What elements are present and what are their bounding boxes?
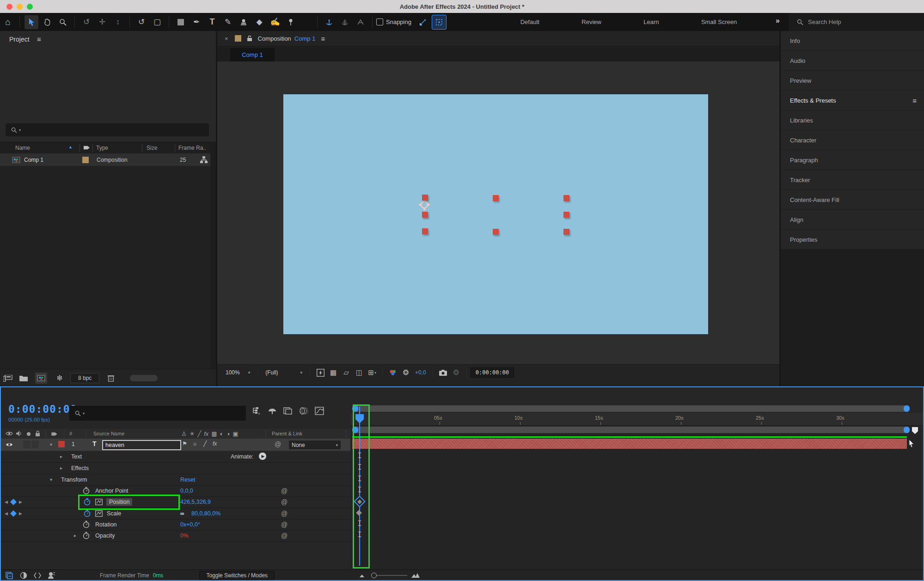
sidebar-item-align[interactable]: Align	[781, 210, 924, 229]
motion-blur-switch-icon[interactable]: ◐	[220, 430, 224, 437]
selection-tool-icon[interactable]	[24, 15, 38, 29]
trash-icon[interactable]	[105, 373, 117, 384]
resolution-dropdown[interactable]: (Full)▾	[262, 369, 306, 376]
sidebar-item-paragraph[interactable]: Paragraph	[781, 150, 924, 170]
stopwatch-icon[interactable]	[83, 532, 90, 539]
stopwatch-icon-active[interactable]	[84, 498, 91, 506]
sidebar-item-audio[interactable]: Audio	[781, 51, 924, 70]
label-swatch[interactable]	[82, 157, 89, 163]
graph-include-icon[interactable]	[95, 510, 103, 517]
region-of-interest-icon[interactable]: ◫	[353, 367, 366, 378]
composition-viewer[interactable]	[217, 61, 779, 364]
label-column-icon[interactable]	[83, 144, 90, 151]
audio-cell[interactable]	[23, 440, 31, 448]
workspace-default[interactable]: Default	[516, 18, 544, 25]
layer-label-swatch[interactable]	[58, 441, 65, 447]
effects-group-row[interactable]: ▸ Effects	[1, 462, 350, 474]
canvas-red-square[interactable]	[563, 195, 569, 201]
layer-name-input[interactable]: heaven	[102, 440, 181, 450]
graph-include-icon[interactable]	[95, 499, 103, 505]
column-parent-link[interactable]: Parent & Link	[272, 431, 302, 436]
rotate-tool-icon[interactable]: ↺	[135, 15, 148, 29]
fx-switch-icon[interactable]: fx	[204, 430, 208, 437]
project-search-input[interactable]: ▾	[6, 123, 209, 136]
close-tab-icon[interactable]: ×	[225, 35, 228, 42]
panel-menu-icon[interactable]: ≡	[321, 35, 325, 43]
type-tool-icon[interactable]: T	[205, 15, 219, 29]
column-source-name[interactable]: Source Name	[93, 431, 124, 436]
parent-pickwhip-icon[interactable]: @	[275, 440, 281, 448]
property-pickwhip-icon[interactable]: @	[281, 532, 288, 539]
opacity-row[interactable]: ▸ Opacity 0% @	[1, 530, 350, 542]
expand-layers-icon[interactable]	[6, 572, 13, 579]
position-row[interactable]: ◀ ▶ Position 426,5,326,9 @	[1, 496, 350, 508]
new-folder-icon[interactable]	[18, 373, 30, 384]
shy-switch-icon[interactable]: ♙	[181, 430, 187, 437]
column-name[interactable]: Name	[15, 145, 30, 151]
workspace-small-screen[interactable]: Small Screen	[697, 18, 741, 25]
roto-brush-tool-icon[interactable]: ✍	[268, 15, 282, 29]
previous-keyframe-icon[interactable]: ◀	[5, 500, 8, 504]
column-size[interactable]: Size	[147, 145, 157, 151]
zoom-slider-knob[interactable]	[371, 573, 377, 578]
zoom-slider-track[interactable]	[377, 575, 407, 576]
pan-camera-tool-icon[interactable]: ✛	[95, 15, 109, 29]
expand-collapse-icon[interactable]	[34, 572, 41, 579]
timeline-zoom-control[interactable]	[359, 573, 420, 578]
transform-group-row[interactable]: ▾ Transform Reset	[1, 474, 350, 486]
project-renderer-icon[interactable]: ❇	[54, 373, 66, 384]
shy-toggle-icon[interactable]	[48, 572, 55, 579]
workspace-overflow-button[interactable]: »	[776, 17, 780, 25]
magnification-dropdown[interactable]: 100%▾	[222, 369, 254, 376]
fast-preview-icon[interactable]	[314, 367, 327, 378]
stopwatch-icon[interactable]	[83, 487, 90, 495]
layer-row-heaven[interactable]: ▾ 1 T heaven ⚑ ☼ ╱ fx @ None▾	[1, 439, 350, 451]
world-axis-mode-icon[interactable]	[338, 15, 352, 29]
horizontal-scrollbar-thumb[interactable]	[130, 375, 158, 381]
adjustment-switch-icon[interactable]: ◑	[226, 430, 230, 437]
snapping-checkbox[interactable]	[376, 18, 383, 25]
view-axis-mode-icon[interactable]	[354, 15, 367, 29]
workspace-review[interactable]: Review	[577, 18, 606, 25]
property-pickwhip-icon[interactable]: @	[281, 510, 288, 517]
show-snapshot-icon[interactable]: ❂	[450, 367, 463, 378]
sort-ascending-icon[interactable]: ▲	[68, 145, 73, 149]
comp-label-swatch[interactable]	[235, 35, 241, 42]
canvas-red-square[interactable]	[563, 229, 569, 235]
orbit-camera-tool-icon[interactable]: ↺	[80, 15, 93, 29]
current-time-display[interactable]: 0:00:00:00	[8, 403, 77, 415]
sidebar-item-content-aware-fill[interactable]: Content-Aware Fill	[781, 190, 924, 209]
viewer-tab-comp1[interactable]: Comp 1	[230, 48, 275, 61]
column-number[interactable]: #	[69, 431, 72, 436]
parent-dropdown[interactable]: None▾	[288, 440, 341, 450]
bit-depth-button[interactable]: 8 bpc	[70, 373, 99, 383]
column-frame-rate[interactable]: Frame Ra..	[178, 145, 206, 151]
canvas-red-square[interactable]	[422, 212, 428, 218]
brush-tool-icon[interactable]: ✎	[221, 15, 235, 29]
canvas-red-square[interactable]	[563, 212, 569, 218]
new-composition-icon[interactable]	[35, 373, 47, 384]
pen-tool-icon[interactable]: ✒	[190, 15, 203, 29]
property-pickwhip-icon[interactable]: @	[281, 498, 288, 506]
time-ruler[interactable]: 05s10s15s20s25s30s	[350, 413, 923, 426]
snapping-control[interactable]: Snapping	[376, 18, 411, 25]
help-search[interactable]: Search Help	[789, 13, 924, 31]
dolly-camera-tool-icon[interactable]: ↕	[111, 15, 125, 29]
quality-switch-icon[interactable]: ╱	[197, 430, 201, 437]
view-layout-icon[interactable]: ⊞▾	[366, 367, 379, 378]
text-group-row[interactable]: ▸ Text Animate: ▶	[1, 451, 350, 463]
project-item-comp1[interactable]: Comp 1 Composition 25	[0, 153, 210, 166]
viewer-timecode[interactable]: 0:00:00:00	[471, 367, 514, 378]
work-area-bar[interactable]	[352, 427, 910, 433]
canvas-red-square[interactable]	[422, 195, 428, 201]
canvas-red-square[interactable]	[422, 228, 428, 234]
zoom-in-mountain-icon[interactable]	[411, 573, 420, 578]
property-pickwhip-icon[interactable]: @	[281, 521, 288, 528]
time-navigator-bar[interactable]	[352, 405, 910, 412]
motion-blur-icon[interactable]	[299, 407, 308, 415]
video-column-icon[interactable]	[6, 431, 13, 436]
solo-cell[interactable]	[31, 440, 39, 448]
eye-icon[interactable]	[6, 442, 13, 447]
add-keyframe-icon[interactable]	[10, 498, 17, 505]
toggle-switches-modes-button[interactable]: Toggle Switches / Modes	[199, 571, 275, 580]
